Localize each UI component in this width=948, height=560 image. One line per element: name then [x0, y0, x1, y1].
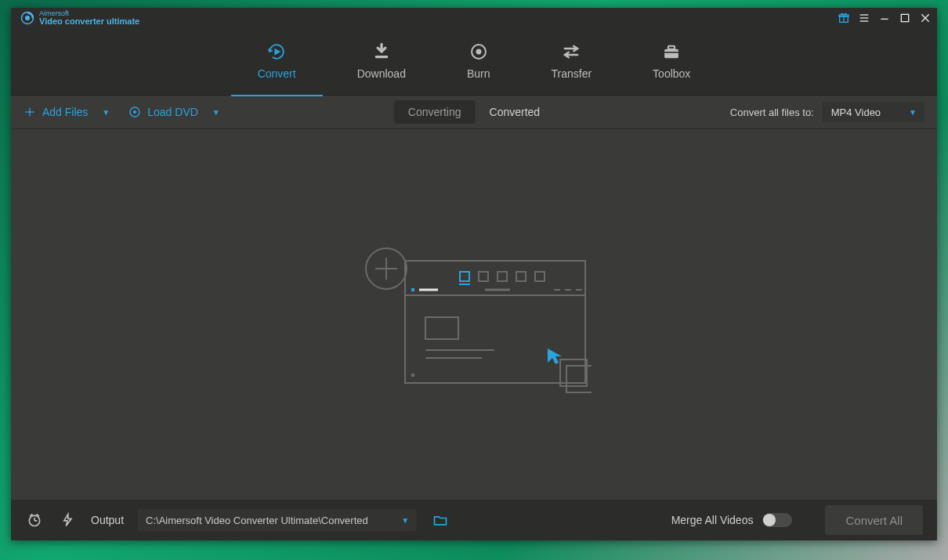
- minimize-button[interactable]: [877, 11, 892, 25]
- app-logo-icon: [20, 11, 34, 25]
- download-icon: [371, 41, 393, 63]
- merge-toggle[interactable]: [762, 513, 792, 527]
- convert-icon: [266, 41, 288, 63]
- svg-rect-18: [664, 49, 678, 57]
- chevron-down-icon: ▼: [401, 516, 409, 525]
- svg-point-1: [25, 16, 30, 20]
- nav-label: Transfer: [552, 67, 592, 80]
- close-button[interactable]: [918, 11, 932, 25]
- svg-rect-34: [535, 272, 545, 281]
- window-controls: [837, 11, 932, 25]
- transfer-icon: [560, 41, 582, 63]
- open-folder-icon[interactable]: [431, 511, 450, 529]
- svg-rect-28: [405, 261, 585, 383]
- status-segmented: Converting Converted: [394, 100, 554, 124]
- convert-all-button[interactable]: Convert All: [825, 505, 923, 535]
- format-selected: MP4 Video: [831, 107, 881, 118]
- maximize-button[interactable]: [898, 11, 912, 25]
- title-bar: Aimersoft Video converter ultimate: [11, 8, 937, 28]
- app-window: Aimersoft Video converter ultimate: [11, 8, 937, 540]
- toolbox-icon: [660, 41, 682, 63]
- convert-to-label: Convert all files to:: [730, 107, 814, 118]
- chevron-down-icon: ▼: [102, 108, 110, 117]
- svg-rect-48: [566, 366, 592, 392]
- svg-rect-19: [668, 45, 675, 49]
- svg-rect-9: [901, 14, 908, 21]
- convert-all-to: Convert all files to: MP4 Video ▼: [730, 102, 924, 122]
- toolbar: Add Files ▼ Load DVD ▼ Converting Conver…: [11, 96, 937, 129]
- nav-transfer[interactable]: Transfer: [552, 41, 592, 83]
- load-dvd-label: Load DVD: [147, 106, 198, 118]
- drop-area[interactable]: [11, 129, 937, 500]
- output-label: Output: [91, 514, 124, 526]
- nav-label: Download: [357, 67, 406, 80]
- output-path-text: C:\Aimersoft Video Converter Ultimate\Co…: [146, 515, 368, 526]
- nav-download[interactable]: Download: [357, 41, 406, 83]
- svg-rect-13: [375, 55, 388, 57]
- add-files-button[interactable]: Add Files ▼: [24, 106, 110, 118]
- nav-label: Convert: [258, 67, 296, 80]
- svg-rect-42: [425, 317, 458, 339]
- output-path-dropdown[interactable]: C:\Aimersoft Video Converter Ultimate\Co…: [138, 509, 417, 531]
- nav-convert[interactable]: Convert: [258, 41, 296, 83]
- nav-label: Toolbox: [653, 67, 690, 80]
- nav-label: Burn: [467, 67, 490, 80]
- svg-rect-45: [411, 374, 414, 377]
- merge-label: Merge All Videos: [671, 514, 754, 526]
- bottom-bar: Output C:\Aimersoft Video Converter Ulti…: [11, 500, 937, 540]
- svg-rect-33: [516, 272, 526, 281]
- svg-rect-36: [411, 288, 414, 291]
- tab-converted[interactable]: Converted: [476, 100, 555, 124]
- brand-line2: Video converter ultimate: [39, 17, 139, 26]
- gpu-acceleration-icon[interactable]: [58, 511, 77, 529]
- gift-icon[interactable]: [837, 11, 851, 25]
- svg-marker-12: [275, 48, 281, 55]
- burn-icon: [468, 41, 490, 63]
- tab-converting[interactable]: Converting: [394, 100, 476, 124]
- svg-rect-20: [664, 52, 678, 53]
- svg-rect-31: [479, 272, 488, 281]
- svg-rect-4: [839, 15, 848, 16]
- svg-rect-47: [560, 359, 587, 386]
- svg-rect-32: [498, 272, 507, 281]
- chevron-down-icon: ▼: [212, 108, 220, 117]
- hamburger-menu-icon[interactable]: [857, 11, 871, 25]
- format-dropdown[interactable]: MP4 Video ▼: [822, 102, 924, 122]
- chevron-down-icon: ▼: [909, 108, 917, 117]
- drop-illustration: [356, 240, 592, 389]
- nav-toolbox[interactable]: Toolbox: [653, 41, 690, 83]
- merge-videos: Merge All Videos: [671, 513, 793, 527]
- nav-burn[interactable]: Burn: [467, 41, 490, 83]
- svg-rect-29: [460, 272, 469, 281]
- svg-point-24: [134, 111, 136, 114]
- schedule-icon[interactable]: [25, 511, 44, 529]
- add-files-label: Add Files: [42, 106, 88, 118]
- svg-point-15: [476, 49, 480, 53]
- main-nav: Convert Download Burn Transfer Toolbox: [11, 28, 937, 96]
- load-dvd-button[interactable]: Load DVD ▼: [128, 106, 220, 118]
- app-logo: Aimersoft Video converter ultimate: [20, 10, 139, 26]
